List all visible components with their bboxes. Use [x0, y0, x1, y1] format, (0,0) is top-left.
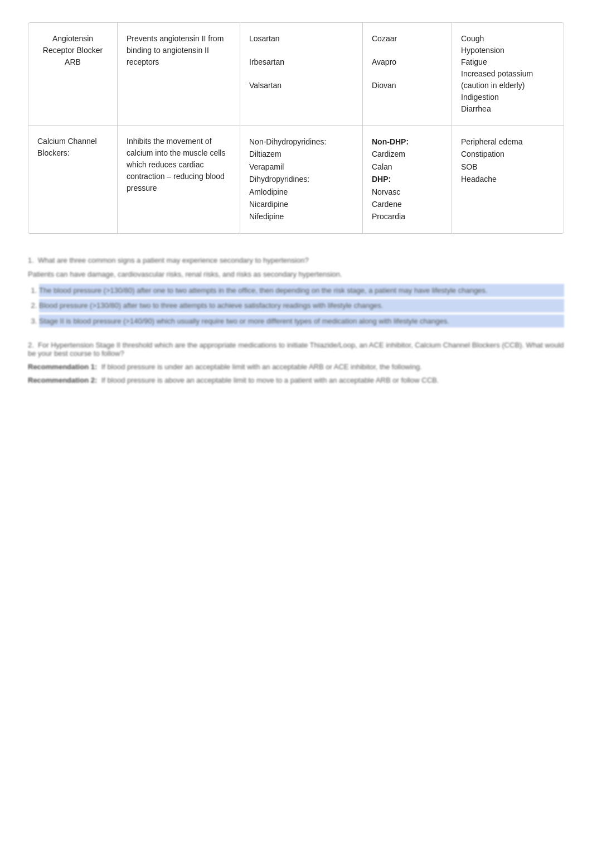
headache: Headache	[461, 175, 497, 184]
nifedipine: Nifedipine	[249, 212, 284, 221]
answer-1-intro: Patients can have damage, cardiovascular…	[28, 269, 564, 281]
generic-text: Losartan Irbesartan Valsartan	[249, 34, 284, 90]
question-1-text: 1. What are three common signs a patient…	[28, 256, 564, 264]
question-1: 1. What are three common signs a patient…	[28, 256, 564, 327]
brand-text: Cozaar Avapro Diovan	[372, 34, 397, 90]
recommendation-1: Recommendation 1: If blood pressure is u…	[28, 362, 564, 371]
mechanism-text: Prevents angiotensin II from binding to …	[127, 34, 224, 66]
calan: Calan	[372, 162, 392, 171]
norvasc: Norvasc	[372, 187, 400, 196]
side-effects-text: Cough Hypotension Fatigue Increased pota…	[461, 34, 533, 113]
table-row: Calcium Channel Blockers: Inhibits the m…	[28, 126, 564, 233]
drug-class-label: Calcium Channel Blockers:	[37, 137, 97, 157]
generic-ccb: Non-Dihydropyridines: Diltiazem Verapami…	[240, 126, 363, 233]
question-2: 2. For Hypertension Stage II threshold w…	[28, 341, 564, 384]
sob: SOB	[461, 162, 478, 171]
cardene: Cardene	[372, 200, 402, 209]
nicardipine: Nicardipine	[249, 200, 288, 209]
rec-1-label: Recommendation 1:	[28, 363, 99, 371]
dhp-brand-label: DHP:	[372, 175, 391, 184]
rec-2-label: Recommendation 2:	[28, 376, 99, 384]
question-2-text: 2. For Hypertension Stage II threshold w…	[28, 341, 564, 358]
drug-table: Angiotensin Receptor Blocker ARB Prevent…	[28, 22, 564, 234]
answer-item-2: Blood pressure (>130/80) after two to th…	[39, 299, 564, 312]
dhp-label: Dihydropyridines:	[249, 175, 309, 184]
diltiazem: Diltiazem	[249, 150, 282, 158]
brand-arb: Cozaar Avapro Diovan	[363, 23, 452, 125]
generic-arb: Losartan Irbesartan Valsartan	[240, 23, 363, 125]
mechanism-text: Inhibits the movement of calcium into th…	[127, 137, 225, 192]
answer-item-3: Stage II is blood pressure (>140/90) whi…	[39, 315, 564, 328]
cardizem: Cardizem	[372, 150, 405, 158]
generic-text: Non-Dihydropyridines: Diltiazem Verapami…	[249, 136, 353, 223]
side-effects-ccb: Peripheral edema Constipation SOB Headac…	[452, 126, 564, 233]
questions-section: 1. What are three common signs a patient…	[28, 256, 564, 384]
brand-text: Non-DHP: Cardizem Calan DHP: Norvasc Car…	[372, 136, 443, 223]
answer-list-1: The blood pressure (>130/80) after one t…	[39, 284, 564, 328]
amlodipine: Amlodipine	[249, 187, 288, 196]
non-dhp-brand-label: Non-DHP:	[372, 137, 409, 146]
drug-class-arb: Angiotensin Receptor Blocker ARB	[28, 23, 118, 125]
mechanism-ccb: Inhibits the movement of calcium into th…	[118, 126, 240, 233]
side-effects-text: Peripheral edema Constipation SOB Headac…	[461, 136, 555, 186]
table-row: Angiotensin Receptor Blocker ARB Prevent…	[28, 23, 564, 126]
rec-2-text: If blood pressure is above an acceptable…	[101, 376, 439, 384]
drug-class-label: Angiotensin Receptor Blocker ARB	[43, 34, 103, 66]
brand-ccb: Non-DHP: Cardizem Calan DHP: Norvasc Car…	[363, 126, 452, 233]
side-effects-arb: Cough Hypotension Fatigue Increased pota…	[452, 23, 564, 125]
drug-class-ccb: Calcium Channel Blockers:	[28, 126, 118, 233]
answer-item-1: The blood pressure (>130/80) after one t…	[39, 284, 564, 297]
non-dhp-label: Non-Dihydropyridines:	[249, 137, 327, 146]
recommendation-2: Recommendation 2: If blood pressure is a…	[28, 375, 564, 384]
peripheral-edema: Peripheral edema	[461, 137, 523, 146]
mechanism-arb: Prevents angiotensin II from binding to …	[118, 23, 240, 125]
procardia: Procardia	[372, 212, 405, 221]
constipation: Constipation	[461, 150, 504, 158]
verapamil: Verapamil	[249, 162, 284, 171]
rec-1-text: If blood pressure is under an acceptable…	[101, 363, 422, 371]
